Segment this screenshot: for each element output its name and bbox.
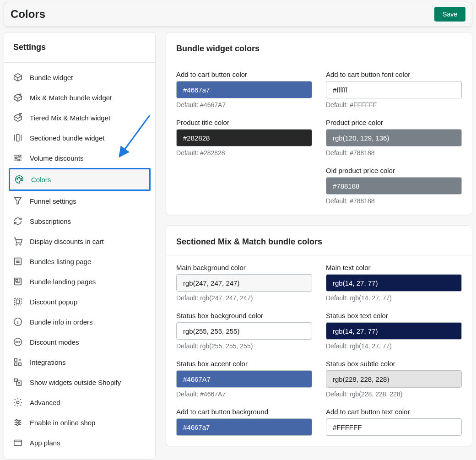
sidebar-item-bundle-info-in-orders[interactable]: Bundle info in orders [9, 312, 151, 332]
sidebar-item-integrations[interactable]: Integrations [9, 352, 151, 372]
sidebar-item-label: App plans [30, 439, 60, 447]
color-input[interactable] [326, 129, 462, 146]
content-area: Bundle widget colorsAdd to cart button c… [166, 32, 472, 460]
sidebar-item-subscriptions[interactable]: Subscriptions [9, 211, 151, 231]
box-icon [12, 72, 23, 83]
field-default: Default: #4667A7 [176, 390, 312, 398]
color-input[interactable] [326, 177, 462, 195]
svg-point-27 [16, 424, 18, 426]
sidebar-item-app-plans[interactable]: App plans [9, 433, 151, 453]
color-input[interactable] [176, 81, 312, 98]
sidebar-item-label: Volume discounts [30, 154, 84, 162]
color-input[interactable] [176, 418, 312, 436]
sidebar-item-mix-match-bundle-widget[interactable]: Mix & Match bundle widget [9, 87, 151, 108]
color-input[interactable] [176, 322, 312, 340]
sidebar-item-label: Bundle landing pages [30, 278, 96, 286]
sidebar-item-advanced[interactable]: Advanced [9, 392, 151, 412]
svg-rect-19 [15, 359, 17, 362]
field-default: Default: #FFFFFF [326, 101, 462, 108]
sliders-icon [12, 417, 23, 428]
sidebar-item-bundle-widget[interactable]: Bundle widget [9, 67, 151, 87]
sidebar-item-display-discounts-in-cart[interactable]: Display discounts in cart [9, 231, 151, 251]
sidebar-item-label: Discount modes [30, 338, 79, 346]
color-input[interactable] [326, 322, 462, 340]
field-label: Old product price color [326, 167, 462, 174]
svg-point-4 [17, 178, 18, 179]
sidebar-item-label: Bundle info in orders [30, 318, 93, 326]
color-input[interactable] [176, 129, 312, 146]
color-field: Status box text colorDefault: rgb(14, 27… [326, 312, 462, 350]
sidebar-item-label: Funnel settings [30, 197, 76, 205]
color-input[interactable] [326, 274, 462, 292]
field-label: Status box subtle color [326, 360, 462, 368]
field-label: Main text color [326, 264, 462, 271]
color-input[interactable] [326, 81, 462, 98]
svg-point-18 [19, 341, 20, 342]
sidebar-heading: Settings [4, 32, 155, 63]
settings-card: Bundle widget colorsAdd to cart button c… [166, 32, 472, 215]
sidebar-item-show-widgets-outside-shopify[interactable]: Show widgets outside Shopify [9, 372, 151, 392]
card-body: Main background colorDefault: rgb(247, 2… [166, 255, 472, 446]
color-input[interactable] [326, 370, 462, 388]
field-default: Default: #282828 [176, 149, 312, 157]
card-title: Sectioned Mix & Match bundle colors [166, 226, 472, 255]
field-label: Add to cart button background [176, 408, 312, 416]
sidebar-item-enable-in-online-shop[interactable]: Enable in online shop [9, 412, 151, 433]
field-label: Main background color [176, 264, 312, 271]
color-field: Add to cart button colorDefault: #4667A7 [176, 70, 312, 108]
sidebar-item-label: Colors [31, 176, 51, 184]
field-label: Product title color [176, 119, 312, 126]
sidebar-item-volume-discounts[interactable]: Volume discounts [9, 148, 151, 168]
svg-point-5 [19, 177, 20, 178]
sidebar-item-sectioned-bundle-widget[interactable]: Sectioned bundle widget [9, 128, 151, 148]
svg-point-6 [21, 178, 22, 179]
color-field: Add to cart button text color [326, 408, 462, 436]
settings-sidebar: Settings Bundle widget Mix & Match bundl… [4, 32, 156, 460]
header-bar: Colors Save [4, 2, 472, 27]
sidebar-item-funnel-settings[interactable]: Funnel settings [9, 191, 151, 211]
settings-card: Sectioned Mix & Match bundle colorsMain … [166, 225, 472, 446]
popup-icon [12, 296, 23, 307]
box-plus-icon [12, 92, 23, 103]
save-button[interactable]: Save [434, 7, 465, 22]
field-label: Add to cart button text color [326, 408, 462, 416]
sidebar-item-label: Discount popup [30, 298, 77, 306]
sidebar-item-discount-modes[interactable]: Discount modes [9, 332, 151, 352]
palette-icon [14, 174, 25, 185]
color-input[interactable] [176, 370, 312, 388]
sidebar-item-discount-popup[interactable]: Discount popup [9, 292, 151, 312]
svg-point-3 [18, 159, 20, 161]
field-default: Default: #788188 [326, 197, 462, 205]
color-field: Product price colorDefault: #788188 [326, 119, 462, 157]
color-field: Add to cart button font colorDefault: #F… [326, 70, 462, 108]
color-field: Status box accent colorDefault: #4667A7 [176, 360, 312, 398]
color-field: Add to cart button background [176, 408, 312, 436]
svg-point-8 [20, 244, 21, 245]
field-label: Add to cart button color [176, 70, 312, 78]
sidebar-item-tiered-mix-match-widget[interactable]: Tiered Mix & Match widget [9, 108, 151, 128]
color-input[interactable] [326, 418, 462, 436]
color-field: Status box subtle colorDefault: rgb(228,… [326, 360, 462, 398]
sidebar-item-colors[interactable]: Colors [9, 168, 151, 191]
svg-rect-11 [16, 279, 18, 281]
svg-point-1 [19, 155, 21, 157]
field-label: Add to cart button font color [326, 70, 462, 78]
sidebar-item-bundles-listing-page[interactable]: Bundles listing page [9, 251, 151, 271]
card-body: Add to cart button colorDefault: #4667A7… [166, 62, 472, 215]
field-label: Status box text color [326, 312, 462, 319]
box-lines-icon [12, 112, 23, 123]
color-input[interactable] [176, 274, 312, 292]
main-layout: Settings Bundle widget Mix & Match bundl… [0, 32, 476, 460]
sidebar-item-bundle-landing-pages[interactable]: Bundle landing pages [9, 271, 151, 292]
field-default: Default: rgb(14, 27, 77) [326, 294, 462, 302]
info-icon [12, 316, 23, 327]
field-default: Default: rgb(228, 228, 228) [326, 390, 462, 398]
field-label: Product price color [326, 119, 462, 126]
svg-rect-12 [15, 298, 22, 305]
sidebar-item-label: Tiered Mix & Match widget [30, 114, 110, 122]
field-default: Default: rgb(247, 247, 247) [176, 294, 312, 302]
external-icon [12, 377, 23, 388]
sidebar-list: Bundle widget Mix & Match bundle widget … [4, 67, 155, 453]
cart-icon [12, 236, 23, 247]
volume-icon [12, 152, 23, 163]
